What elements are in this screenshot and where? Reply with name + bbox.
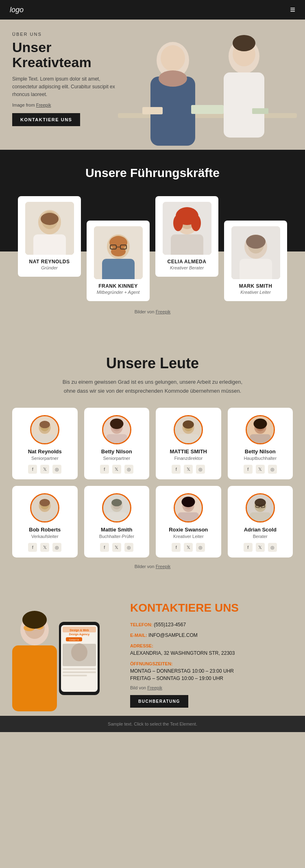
facebook-icon-6[interactable]: f: [172, 543, 181, 552]
team-avatar-7: [246, 493, 275, 523]
team-card-3: Betty Nilson Hauptbuchhalter f 𝕏 ◎: [228, 408, 293, 479]
svg-point-77: [255, 498, 266, 507]
svg-text:Design & Web: Design & Web: [70, 629, 89, 632]
twitter-icon-5[interactable]: 𝕏: [112, 543, 121, 552]
svg-rect-16: [33, 234, 66, 255]
team-avatar-0: [30, 415, 59, 444]
facebook-icon-2[interactable]: f: [172, 465, 181, 474]
facebook-icon-3[interactable]: f: [244, 465, 253, 474]
contact-email-label: E-MAIL:: [130, 633, 147, 638]
team-social-icons-3: f 𝕏 ◎: [233, 465, 288, 474]
facebook-icon-4[interactable]: f: [28, 543, 37, 552]
contact-left-visual: Design & Web Design Agency Contact Us: [0, 593, 122, 716]
contact-title: KONTAKTIERE UNS: [130, 601, 293, 614]
instagram-icon-4[interactable]: ◎: [52, 543, 61, 552]
svg-point-5: [159, 70, 187, 87]
team-avatar-4: [30, 493, 59, 523]
leader-card-nat: NAT REYNOLDS Gründer: [18, 196, 81, 277]
team-social-icons-4: f 𝕏 ◎: [17, 543, 73, 552]
leader-name-celia: CELIA ALMEDA: [161, 259, 213, 265]
team-avatar-svg-7: [247, 494, 274, 521]
leadership-freepik-link[interactable]: Freepik: [156, 309, 171, 314]
mark-avatar: [231, 226, 280, 279]
twitter-icon-0[interactable]: 𝕏: [40, 465, 49, 474]
svg-rect-30: [171, 234, 203, 255]
team-freepik-link[interactable]: Freepik: [156, 564, 171, 569]
svg-rect-81: [250, 512, 270, 521]
team-grid-row2: Bob Roberts Verkaufsleiter f 𝕏 ◎ Mattie …: [12, 486, 293, 558]
team-avatar-svg-2: [175, 416, 202, 443]
team-avatar-svg-4: [31, 494, 58, 521]
svg-text:Design Agency: Design Agency: [69, 633, 89, 636]
instagram-icon-5[interactable]: ◎: [124, 543, 133, 552]
team-avatar-svg-5: [103, 494, 130, 521]
leader-photo-frank: [94, 226, 143, 279]
leader-name-nat: NAT REYNOLDS: [24, 259, 75, 265]
svg-rect-73: [178, 512, 199, 521]
svg-point-88: [22, 611, 47, 629]
team-description: Bis zu einem gewissen Grad ist es uns ge…: [59, 378, 246, 396]
svg-rect-85: [12, 645, 57, 711]
team-card-2: MATTIE SMITH Finanzdirektor f 𝕏 ◎: [156, 408, 221, 479]
contact-freepik-link[interactable]: Freepik: [147, 685, 162, 690]
contact-email-row: E-MAIL: INFO@SAMPLE.COM: [130, 632, 293, 639]
team-avatar-2: [174, 415, 203, 444]
svg-point-4: [161, 45, 185, 71]
hero-freepik-link[interactable]: Freepik: [36, 103, 51, 107]
team-social-icons-5: f 𝕏 ◎: [89, 543, 145, 552]
leadership-section: Unsere Führungskräfte NAT REYNOLDS Gründ…: [0, 150, 305, 335]
svg-point-33: [191, 215, 201, 231]
svg-point-23: [111, 247, 126, 256]
contact-illustration: Design & Web Design Agency Contact Us: [0, 593, 118, 711]
svg-rect-68: [106, 512, 127, 521]
svg-rect-99: [63, 671, 96, 673]
instagram-icon-1[interactable]: ◎: [124, 465, 133, 474]
team-social-icons-0: f 𝕏 ◎: [17, 465, 73, 474]
facebook-icon-0[interactable]: f: [28, 465, 37, 474]
instagram-icon-6[interactable]: ◎: [196, 543, 205, 552]
svg-point-57: [253, 419, 267, 429]
team-member-name-0: Nat Reynolds: [17, 448, 73, 455]
twitter-icon-7[interactable]: 𝕏: [256, 543, 265, 552]
svg-text:Contact Us: Contact Us: [69, 638, 79, 641]
team-avatar-svg-6: [175, 494, 202, 521]
hero-label: ÜBER UNS: [12, 32, 118, 37]
team-member-role-7: Berater: [233, 534, 288, 539]
team-social-icons-1: f 𝕏 ◎: [89, 465, 145, 474]
twitter-icon-3[interactable]: 𝕏: [256, 465, 265, 474]
team-member-role-5: Buchhalter-Prüfer: [89, 534, 145, 539]
team-member-name-1: Betty Nilson: [89, 448, 145, 455]
svg-point-97: [71, 643, 87, 661]
leadership-image-credit: Bilder von Freepik: [8, 309, 297, 314]
team-card-6: Roxie Swanson Kreativer Leiter f 𝕏 ◎: [156, 486, 221, 558]
facebook-icon-1[interactable]: f: [100, 465, 109, 474]
twitter-icon-6[interactable]: 𝕏: [184, 543, 193, 552]
footer-text: Sample text. Click to select the Text El…: [108, 722, 197, 726]
leader-name-mark: MARK SMITH: [230, 283, 281, 289]
leader-role-mark: Kreativer Leiter: [230, 290, 281, 295]
contact-section: Design & Web Design Agency Contact Us KO…: [0, 581, 305, 716]
twitter-icon-4[interactable]: 𝕏: [40, 543, 49, 552]
facebook-icon-7[interactable]: f: [244, 543, 253, 552]
svg-rect-98: [63, 668, 96, 670]
team-grid-row1: Nat Reynolds Seniorpartner f 𝕏 ◎ Betty N…: [12, 408, 293, 479]
instagram-icon-3[interactable]: ◎: [268, 465, 277, 474]
instagram-icon-0[interactable]: ◎: [52, 465, 61, 474]
instagram-icon-2[interactable]: ◎: [196, 465, 205, 474]
twitter-icon-2[interactable]: 𝕏: [184, 465, 193, 474]
facebook-icon-5[interactable]: f: [100, 543, 109, 552]
menu-icon[interactable]: ≡: [290, 4, 295, 15]
svg-rect-100: [63, 675, 87, 676]
twitter-icon-1[interactable]: 𝕏: [112, 465, 121, 474]
team-member-role-6: Kreativer Leiter: [161, 534, 216, 539]
hero-title: UnserKreativteam: [12, 40, 118, 70]
hero-content: ÜBER UNS UnserKreativteam Simple Text. L…: [12, 32, 118, 126]
svg-rect-12: [252, 108, 268, 114]
booking-button[interactable]: BUCHBERATUNG: [130, 695, 188, 708]
team-title: Unsere Leute: [12, 355, 293, 372]
instagram-icon-7[interactable]: ◎: [268, 543, 277, 552]
svg-point-38: [246, 235, 266, 249]
leadership-title: Unsere Führungskräfte: [8, 166, 297, 180]
hero-section: ÜBER UNS UnserKreativteam Simple Text. L…: [0, 20, 305, 150]
contact-button[interactable]: KONTAKTIERE UNS: [12, 113, 80, 126]
